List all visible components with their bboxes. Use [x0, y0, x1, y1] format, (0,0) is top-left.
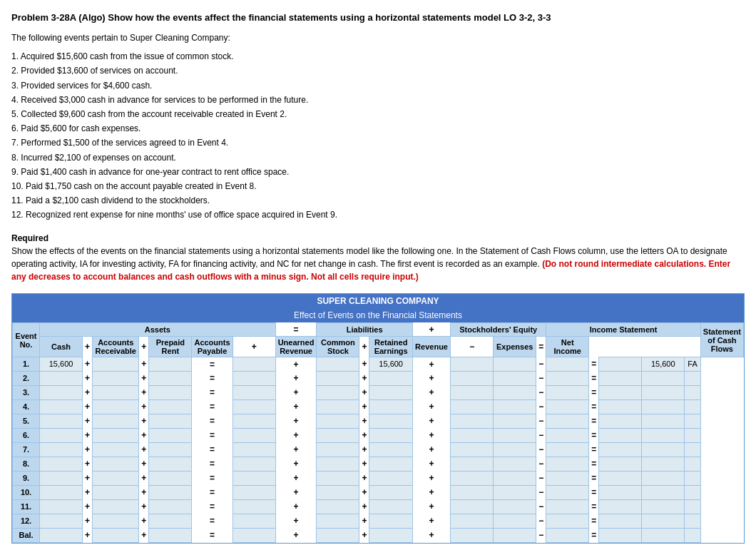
ar-cell[interactable]: [93, 371, 139, 385]
scf-type-cell[interactable]: [685, 385, 701, 399]
re-cell[interactable]: [451, 371, 494, 385]
ni-cell[interactable]: [599, 385, 642, 399]
scf-amount-cell[interactable]: 15,600: [642, 357, 685, 371]
re-cell[interactable]: [451, 457, 494, 471]
ur-cell[interactable]: [317, 485, 359, 499]
ni-cell[interactable]: [599, 471, 642, 485]
ap-cell[interactable]: [233, 485, 275, 499]
pr-cell[interactable]: [149, 399, 192, 414]
pr-cell[interactable]: [149, 442, 192, 457]
pr-cell[interactable]: [149, 385, 192, 399]
re-cell[interactable]: [451, 357, 494, 371]
rev-cell[interactable]: [494, 371, 536, 385]
ur-cell[interactable]: [317, 428, 359, 442]
cash-cell[interactable]: [40, 471, 83, 485]
re-cell[interactable]: [451, 399, 494, 414]
ar-cell[interactable]: [93, 357, 139, 371]
cs-cell[interactable]: [369, 414, 412, 428]
rev-cell[interactable]: [494, 457, 536, 471]
re-cell[interactable]: [451, 485, 494, 499]
ar-cell[interactable]: [93, 385, 139, 399]
cs-cell[interactable]: [369, 514, 412, 528]
pr-cell[interactable]: [149, 428, 192, 442]
rev-cell[interactable]: [494, 399, 536, 414]
scf-type-cell[interactable]: [685, 457, 701, 471]
exp-cell[interactable]: [546, 371, 589, 385]
ni-cell[interactable]: [599, 499, 642, 514]
ur-cell[interactable]: [317, 499, 359, 514]
cash-cell[interactable]: [40, 528, 83, 542]
ni-cell[interactable]: [599, 485, 642, 499]
scf-type-cell[interactable]: [685, 442, 701, 457]
cs-cell[interactable]: [369, 371, 412, 385]
ap-cell[interactable]: [233, 428, 275, 442]
ur-cell[interactable]: [317, 528, 359, 542]
cash-cell[interactable]: [40, 385, 83, 399]
rev-cell[interactable]: [494, 499, 536, 514]
pr-cell[interactable]: [149, 471, 192, 485]
ap-cell[interactable]: [233, 457, 275, 471]
ar-cell[interactable]: [93, 471, 139, 485]
pr-cell[interactable]: [149, 499, 192, 514]
scf-amount-cell[interactable]: [642, 528, 685, 542]
cash-cell[interactable]: [40, 457, 83, 471]
ur-cell[interactable]: [317, 442, 359, 457]
scf-type-cell[interactable]: [685, 371, 701, 385]
pr-cell[interactable]: [149, 528, 192, 542]
ar-cell[interactable]: [93, 514, 139, 528]
ur-cell[interactable]: [317, 457, 359, 471]
scf-type-cell[interactable]: [685, 428, 701, 442]
cash-cell[interactable]: [40, 428, 83, 442]
scf-amount-cell[interactable]: [642, 428, 685, 442]
rev-cell[interactable]: [494, 428, 536, 442]
exp-cell[interactable]: [546, 471, 589, 485]
scf-amount-cell[interactable]: [642, 385, 685, 399]
cs-cell[interactable]: [369, 442, 412, 457]
ar-cell[interactable]: [93, 399, 139, 414]
ni-cell[interactable]: [599, 428, 642, 442]
cs-cell[interactable]: 15,600: [369, 357, 412, 371]
pr-cell[interactable]: [149, 485, 192, 499]
cs-cell[interactable]: [369, 385, 412, 399]
ap-cell[interactable]: [233, 399, 275, 414]
exp-cell[interactable]: [546, 528, 589, 542]
cs-cell[interactable]: [369, 428, 412, 442]
ap-cell[interactable]: [233, 442, 275, 457]
cash-cell[interactable]: 15,600: [40, 357, 83, 371]
rev-cell[interactable]: [494, 414, 536, 428]
ur-cell[interactable]: [317, 371, 359, 385]
rev-cell[interactable]: [494, 442, 536, 457]
ur-cell[interactable]: [317, 385, 359, 399]
exp-cell[interactable]: [546, 514, 589, 528]
ap-cell[interactable]: [233, 499, 275, 514]
exp-cell[interactable]: [546, 428, 589, 442]
re-cell[interactable]: [451, 414, 494, 428]
scf-type-cell[interactable]: [685, 485, 701, 499]
ap-cell[interactable]: [233, 371, 275, 385]
ur-cell[interactable]: [317, 414, 359, 428]
ap-cell[interactable]: [233, 528, 275, 542]
rev-cell[interactable]: [494, 485, 536, 499]
pr-cell[interactable]: [149, 371, 192, 385]
scf-type-cell[interactable]: [685, 414, 701, 428]
scf-type-cell[interactable]: [685, 399, 701, 414]
scf-type-cell[interactable]: FA: [685, 357, 701, 371]
rev-cell[interactable]: [494, 514, 536, 528]
ur-cell[interactable]: [317, 399, 359, 414]
cash-cell[interactable]: [40, 485, 83, 499]
ar-cell[interactable]: [93, 428, 139, 442]
re-cell[interactable]: [451, 442, 494, 457]
pr-cell[interactable]: [149, 414, 192, 428]
cs-cell[interactable]: [369, 471, 412, 485]
scf-amount-cell[interactable]: [642, 371, 685, 385]
ar-cell[interactable]: [93, 442, 139, 457]
rev-cell[interactable]: [494, 357, 536, 371]
rev-cell[interactable]: [494, 385, 536, 399]
scf-type-cell[interactable]: [685, 499, 701, 514]
scf-type-cell[interactable]: [685, 471, 701, 485]
exp-cell[interactable]: [546, 414, 589, 428]
ap-cell[interactable]: [233, 385, 275, 399]
scf-type-cell[interactable]: [685, 528, 701, 542]
scf-amount-cell[interactable]: [642, 399, 685, 414]
ap-cell[interactable]: [233, 357, 275, 371]
